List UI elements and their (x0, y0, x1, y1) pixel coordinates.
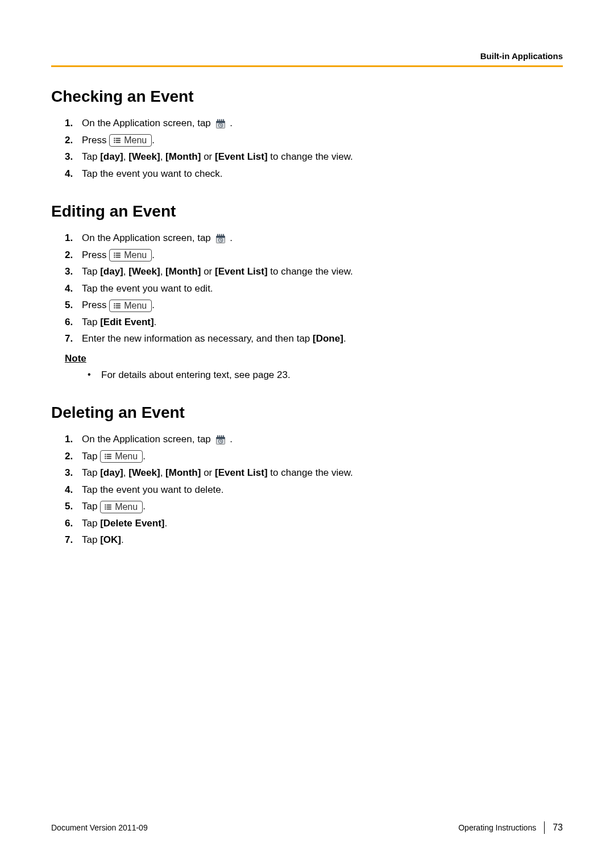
svg-rect-5 (223, 119, 224, 121)
menu-list-icon (104, 452, 112, 460)
svg-point-45 (105, 504, 106, 505)
step-item: Press Menu. (65, 248, 563, 263)
header-rule (51, 65, 563, 67)
svg-point-22 (114, 255, 115, 256)
step-item: Tap [OK]. (65, 533, 563, 547)
step-item: Press Menu. (65, 133, 563, 148)
svg-point-28 (114, 305, 115, 306)
step-list: On the Application screen, tap .Press Me… (51, 116, 563, 181)
step-item: On the Application screen, tap . (65, 432, 563, 447)
calendar-icon[interactable] (215, 233, 226, 244)
svg-rect-37 (223, 435, 224, 437)
svg-rect-25 (116, 257, 121, 258)
svg-rect-40 (107, 454, 111, 455)
menu-button-label: Menu (115, 502, 138, 512)
svg-rect-50 (107, 508, 111, 509)
svg-point-20 (114, 252, 115, 254)
svg-point-7 (114, 138, 115, 139)
svg-rect-8 (116, 138, 121, 139)
menu-button[interactable]: Menu (109, 134, 152, 147)
page-footer: Document Version 2011-09 Operating Instr… (51, 821, 563, 834)
step-item: Tap [Delete Event]. (65, 516, 563, 531)
svg-rect-27 (116, 303, 121, 304)
step-item: Tap [day], [Week], [Month] or [Event Lis… (65, 149, 563, 164)
step-item: Tap Menu. (65, 449, 563, 464)
section-title: Editing an Event (51, 202, 563, 221)
svg-rect-18 (223, 234, 224, 236)
svg-point-26 (114, 303, 115, 304)
svg-rect-35 (219, 435, 220, 437)
menu-list-icon (113, 136, 121, 144)
svg-point-49 (105, 508, 106, 509)
svg-rect-15 (217, 234, 218, 236)
svg-point-39 (105, 454, 106, 455)
svg-rect-2 (217, 119, 218, 121)
svg-rect-36 (221, 435, 222, 437)
menu-button[interactable]: Menu (109, 300, 152, 312)
note-heading: Note (65, 353, 563, 364)
menu-button-label: Menu (124, 301, 147, 310)
step-item: Tap Menu. (65, 499, 563, 514)
svg-point-30 (114, 307, 115, 308)
step-item: Enter the new information as necessary, … (65, 331, 563, 346)
page-number: 73 (553, 823, 563, 833)
step-item: Press Menu. (65, 298, 563, 313)
svg-rect-42 (107, 456, 111, 457)
svg-rect-3 (219, 119, 220, 121)
svg-point-11 (114, 142, 115, 143)
svg-rect-17 (221, 234, 222, 236)
step-item: Tap the event you want to check. (65, 167, 563, 181)
menu-button[interactable]: Menu (109, 249, 152, 261)
footer-left: Document Version 2011-09 (51, 823, 148, 832)
svg-rect-16 (219, 234, 220, 236)
svg-point-24 (114, 256, 115, 258)
svg-rect-44 (107, 458, 111, 459)
menu-list-icon (113, 251, 121, 259)
svg-rect-23 (116, 255, 121, 256)
menu-list-icon (113, 302, 121, 310)
menu-button-label: Menu (115, 452, 138, 461)
svg-rect-12 (116, 142, 121, 143)
svg-rect-34 (217, 435, 218, 437)
section-title: Checking an Event (51, 88, 563, 106)
svg-point-41 (105, 456, 106, 457)
note-item: For details about entering text, see pag… (88, 368, 563, 383)
svg-point-43 (105, 458, 106, 459)
menu-button-label: Menu (124, 136, 147, 145)
step-item: On the Application screen, tap . (65, 231, 563, 246)
menu-list-icon (104, 503, 112, 511)
step-item: Tap the event you want to delete. (65, 483, 563, 497)
svg-point-47 (105, 506, 106, 507)
step-item: Tap [day], [Week], [Month] or [Event Lis… (65, 264, 563, 279)
section-title: Deleting an Event (51, 404, 563, 422)
step-list: On the Application screen, tap .Tap Menu… (51, 432, 563, 547)
svg-rect-31 (116, 307, 121, 308)
step-item: On the Application screen, tap . (65, 116, 563, 131)
step-list: On the Application screen, tap .Press Me… (51, 231, 563, 346)
step-item: Tap [Edit Event]. (65, 315, 563, 330)
footer-separator (544, 821, 545, 834)
svg-point-9 (114, 140, 115, 141)
calendar-icon[interactable] (215, 118, 226, 130)
note-list: For details about entering text, see pag… (51, 368, 563, 383)
svg-rect-29 (116, 305, 121, 306)
menu-button[interactable]: Menu (100, 501, 143, 513)
footer-right-label: Operating Instructions (458, 823, 536, 832)
calendar-icon[interactable] (215, 434, 226, 446)
svg-rect-48 (107, 506, 111, 508)
menu-button[interactable]: Menu (100, 450, 143, 463)
svg-rect-10 (116, 140, 121, 141)
svg-rect-4 (221, 119, 222, 121)
svg-rect-46 (107, 504, 111, 505)
step-item: Tap the event you want to edit. (65, 281, 563, 296)
step-item: Tap [day], [Week], [Month] or [Event Lis… (65, 466, 563, 480)
menu-button-label: Menu (124, 251, 147, 260)
section-header: Built-in Applications (51, 51, 563, 65)
svg-rect-21 (116, 253, 121, 254)
